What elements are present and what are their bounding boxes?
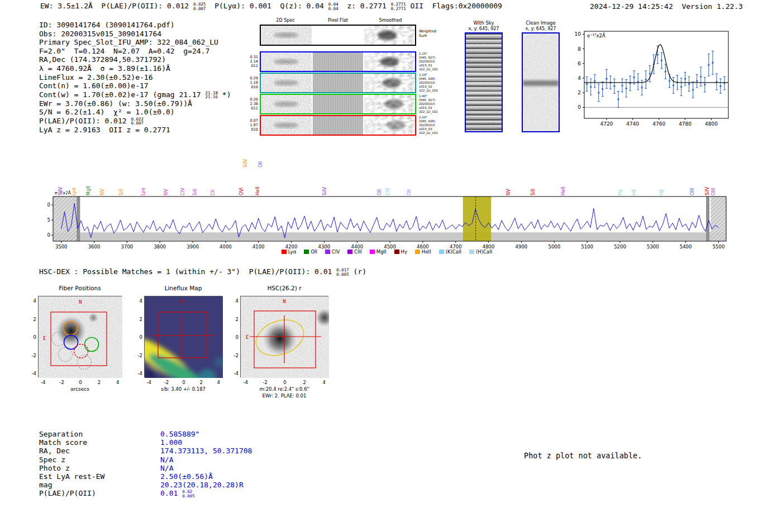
compass-n-label: N (283, 299, 285, 304)
hsc-r-caption-1: m:20.4 re:2.4" s:0.6" (240, 386, 328, 392)
spectrum-legend: LyαOIICIVCIIIMgIIHγHeII(K)CaII(H)CaII (47, 249, 726, 255)
legend-item: (H)CaII (469, 249, 492, 255)
match-table-row: Spec zN/A (39, 456, 252, 464)
fiber-row-left-labels: 0.071.87010 (246, 118, 258, 132)
hscdex-summary-line: HSC-DEX : Possible Matches = 1 (within +… (39, 267, 366, 276)
legend-swatch (415, 250, 420, 254)
smoothed-2d-panel (364, 74, 415, 92)
svg-text:4760: 4760 (652, 121, 665, 127)
match-table-value: 20.23(20.18,20.28)R (160, 481, 244, 489)
legend-item: CIV (325, 249, 340, 255)
x-tick-label: 2 (93, 380, 104, 385)
stacked-uncertainty: 0.040.04 (328, 2, 338, 11)
svg-text:4780: 4780 (679, 121, 692, 127)
spec-2d-panel (261, 52, 312, 71)
stacked-uncertainty: 0.0250.007 (193, 2, 206, 11)
stacked-uncertainty: 0.020.005 (182, 490, 195, 498)
svg-text:4720: 4720 (600, 121, 613, 127)
hsc-r-image: N E 420-2-4-4-2024 (240, 296, 328, 377)
compass-n-label: N (180, 299, 183, 304)
smoothed-2d-panel (364, 52, 415, 71)
legend-item: (K)CaII (439, 249, 461, 255)
spec2d-cutouts-section: 2D Spec Pixel Flat Smoothed Weighted Sum… (246, 15, 458, 140)
spec-2d-panel (261, 26, 312, 45)
spec-2d-panel (261, 74, 312, 92)
match-table-value: 0.01 0.020.005 (160, 489, 195, 498)
x-tick-label: -2 (161, 380, 172, 385)
stacked-uncertainty: 0.0220.007 (131, 117, 144, 126)
compass-e-label: E (43, 336, 46, 341)
fiber-positions-graphic: N E (39, 296, 122, 378)
match-table-row: Photo zN/A (39, 464, 252, 472)
info-line: S/N = 6.2(±1.4) χ² = 1.0(±0.0) (39, 108, 231, 117)
info-line: λ = 4760.92Å σ = 3.89(±1.16)Å (39, 64, 231, 73)
fiber-row-right-labels: 1.28"(645, 936)20200315v015_02322_LU_103 (419, 73, 454, 93)
x-tick-label: 2 (196, 380, 207, 385)
spec2d-col-header: Pixel Flat (312, 18, 364, 23)
y-tick-label: 0 (230, 334, 239, 340)
x-tick-label: 4 (318, 380, 330, 385)
spec-2d-panel (261, 95, 312, 113)
smoothed-2d-panel (364, 26, 415, 45)
y-tick-label: 4 (28, 298, 36, 304)
x-tick-label: 0 (279, 380, 290, 385)
legend-swatch (469, 250, 474, 254)
match-table-row: mag20.23(20.18,20.28)R (39, 481, 252, 489)
clean-image-panel: Clean Image x, y: 645, 927 (517, 20, 564, 132)
fiber-row-right-labels: 1.15"(645, 927)20200315v015_01322_LU_102 (419, 52, 454, 71)
svg-text:2: 2 (578, 90, 581, 95)
x-tick-label: -4 (37, 380, 49, 385)
y-tick-label: 4 (134, 298, 142, 304)
clean-image-title: Clean Image (517, 20, 564, 26)
x-tick-label: 0 (75, 380, 86, 385)
catalog-match-table: Separation0.585889"Match score1.000RA, D… (39, 430, 252, 498)
svg-text:0: 0 (578, 104, 581, 110)
fiber-row-right-labels: 1.40"(645, 927)20200315v015_02322_LU_102 (419, 94, 454, 114)
spec2d-fiber-row (260, 115, 416, 136)
y-tick-label: 2 (134, 317, 142, 322)
with-sky-coords: x, y: 645, 927 (460, 26, 507, 32)
photz-note: Phot z plot not available. (524, 451, 642, 460)
clean-image-coords: x, y: 645, 927 (517, 26, 564, 32)
y-tick-label: -4 (134, 371, 142, 376)
match-table-label: P(LAE)/P(OII) (39, 489, 160, 497)
match-table-label: Spec z (39, 456, 160, 464)
pixel-flat-panel (313, 74, 364, 92)
spec2d-col-header: Smoothed (365, 18, 416, 23)
elixer-report: EW: 3.5±1.2Å P(LAE)/P(OII): 0.012 0.0250… (0, 0, 782, 532)
y-tick-label: -2 (134, 353, 142, 358)
emission-line-label: SiIV (243, 159, 248, 167)
fiber-positions-title: Fiber Positions (38, 285, 122, 296)
lineflux-map-cutout: Lineflux Map N 420-2-4-4-2024 s/b: 3.40 … (144, 285, 222, 392)
svg-text:0: 0 (47, 232, 50, 238)
with-sky-title: With Sky (460, 20, 507, 26)
match-table-value: 0.585889" (160, 430, 199, 438)
pixel-flat-panel (313, 52, 364, 71)
legend-swatch (325, 250, 330, 254)
y-tick-label: 4 (230, 298, 239, 304)
detection-info-block: ID: 3090141764 (3090141764.pdf)Obs: 2020… (39, 21, 231, 135)
clean-image-dark-band (523, 80, 559, 86)
legend-item: Hγ (394, 249, 407, 255)
x-tick-label: -4 (144, 380, 155, 385)
match-table-label: Separation (39, 430, 160, 438)
match-table-value: 174.373113, 50.371708 (160, 447, 252, 455)
svg-text:4: 4 (578, 75, 581, 81)
legend-swatch (439, 250, 444, 254)
compass-e-label: E (246, 334, 249, 340)
legend-item: Lyα (282, 249, 297, 255)
hsc-r-cutout: HSC(26.2) r N E 420-2-4-4-2024 m:20.4 re… (240, 285, 328, 399)
noise-texture (466, 33, 502, 131)
header-datetime: 2024-12-29 14:25:42 Version 1.22.3 (590, 2, 743, 11)
y-tick-label: -4 (28, 371, 36, 376)
info-line: EWr = 3.70(±0.86) (w: 3.50(±0.79))Å (39, 99, 231, 108)
arcsec-axis-label: arcsecs (38, 386, 122, 392)
spec2d-fiber-row (260, 51, 416, 72)
spec-2d-panel (261, 116, 312, 135)
lineflux-map-title: Lineflux Map (144, 285, 222, 296)
y-tick-label: 2 (230, 317, 239, 322)
smoothed-2d-panel (364, 116, 415, 135)
x-tick-label: 4 (112, 380, 123, 385)
svg-text:5: 5 (47, 217, 50, 223)
info-line: Cont(n) = 1.60(±0.00)e-17 (39, 82, 231, 90)
